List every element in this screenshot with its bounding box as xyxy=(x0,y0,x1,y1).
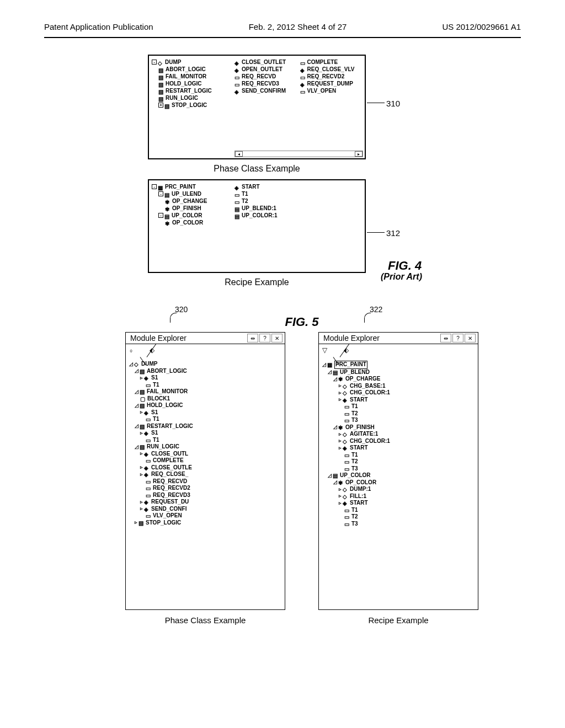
tree-item[interactable]: ▹◇CHG_COLOR:1 xyxy=(322,438,475,445)
tree-item[interactable]: ▹◇CHG_BASE:1 xyxy=(322,383,475,390)
tree-item[interactable]: ▭T3 xyxy=(322,465,475,473)
tree-item[interactable]: ▧RUN_LOGIC xyxy=(152,94,229,101)
tree-item[interactable]: ◿▧RUN_LOGIC xyxy=(129,443,281,451)
horizontal-scrollbar[interactable]: ◂ ▸ xyxy=(234,151,363,157)
tree-item[interactable]: ▹◈REQ_CLOSE_ xyxy=(129,471,281,478)
pin-icon[interactable]: ⇹ xyxy=(440,334,451,342)
tree-item[interactable]: ▭VLV_OPEN xyxy=(129,512,281,520)
tree-item[interactable]: ✾OP_COLOR xyxy=(152,219,229,226)
expand-triangle-icon[interactable]: ◿ xyxy=(135,368,138,374)
tree-item[interactable]: ◿▦PRC_PAINT xyxy=(322,361,475,369)
scroll-right-button[interactable]: ▸ xyxy=(355,151,363,157)
expand-triangle-icon[interactable]: ◿ xyxy=(135,403,138,409)
tab-diamond-icon[interactable]: ⬨ xyxy=(129,346,133,354)
expand-triangle-icon[interactable]: ◿ xyxy=(135,389,138,395)
tree-item[interactable]: ▹◇AGITATE:1 xyxy=(322,431,475,438)
close-icon[interactable]: ✕ xyxy=(271,334,282,342)
expand-triangle-icon[interactable]: ◿ xyxy=(328,369,332,375)
tree-item[interactable]: -▤UP_COLOR xyxy=(152,212,229,219)
list-item[interactable]: ▭T2 xyxy=(234,197,362,205)
tree-item[interactable]: -▤UP_ULEND xyxy=(152,190,229,197)
tree-item[interactable]: ▭COMPLETE xyxy=(129,457,281,464)
tree-item[interactable]: ✾OP_CHANGE xyxy=(152,197,229,205)
tree-item[interactable]: ▭T1 xyxy=(129,437,281,444)
tab-diamond2-icon[interactable]: ⬖ xyxy=(150,346,154,354)
tree-item[interactable]: ▧ABORT_LOGIC xyxy=(152,66,229,73)
expand-triangle-icon[interactable]: ◿ xyxy=(135,423,138,429)
expand-triangle-icon[interactable]: ▹ xyxy=(140,472,143,478)
tree-item[interactable]: ▭T2 xyxy=(322,410,475,417)
tree-item[interactable]: ◿◇DUMP xyxy=(129,361,281,368)
tree-item[interactable]: ◿▧ABORT_LOGIC xyxy=(129,368,281,375)
expand-box-icon[interactable]: + xyxy=(158,103,163,108)
expand-triangle-icon[interactable]: ◿ xyxy=(333,376,337,382)
tab-filter-icon[interactable]: ▽ xyxy=(322,346,327,354)
expand-triangle-icon[interactable]: ▹ xyxy=(339,438,342,444)
help-icon[interactable]: ? xyxy=(259,334,270,342)
tree-item[interactable]: +▧STOP_LOGIC xyxy=(152,101,229,109)
expand-triangle-icon[interactable]: ▹ xyxy=(339,383,342,389)
expand-triangle-icon[interactable]: ▹ xyxy=(140,375,143,381)
tree-item[interactable]: ◿▤UP_COLOR xyxy=(322,472,475,479)
expand-triangle-icon[interactable]: ▹ xyxy=(339,500,342,506)
expand-triangle-icon[interactable]: ▹ xyxy=(140,464,143,470)
expand-box-icon[interactable]: - xyxy=(152,184,157,189)
tree-item[interactable]: ▹◇DUMP:1 xyxy=(322,486,475,493)
expand-box-icon[interactable]: - xyxy=(158,191,163,196)
list-item[interactable]: ▤UP_BLEND:1 xyxy=(234,205,362,212)
list-item[interactable]: ▭VLV_OPEN xyxy=(300,87,363,94)
tree-item[interactable]: -◇DUMP xyxy=(152,58,229,66)
list-item[interactable]: ◈CLOSE_OUTLET xyxy=(234,58,297,66)
tree-item[interactable]: ▧RESTART_LOGIC xyxy=(152,87,229,94)
tree-item[interactable]: ▹◈START xyxy=(322,397,475,404)
tree-item[interactable]: ▹◈CLOSE_OUTLE xyxy=(129,464,281,472)
tree-item[interactable]: ▭T1 xyxy=(322,452,475,459)
tree-item[interactable]: ▹◈S1 xyxy=(129,374,281,382)
tree-item[interactable]: ▧HOLD_LOGIC xyxy=(152,80,229,87)
tree-item[interactable]: ▭T1 xyxy=(322,403,475,410)
expand-triangle-icon[interactable]: ▹ xyxy=(135,520,137,526)
tree-item[interactable]: ◿▧HOLD_LOGIC xyxy=(129,402,281,409)
list-item[interactable]: ▤UP_COLOR:1 xyxy=(234,212,362,219)
expand-triangle-icon[interactable]: ▹ xyxy=(140,451,143,457)
pin-icon[interactable]: ⇹ xyxy=(247,334,258,342)
tree-item[interactable]: ▢BLOCK1 xyxy=(129,395,281,403)
tree-item[interactable]: ▭REQ_RECVD2 xyxy=(129,485,281,492)
expand-triangle-icon[interactable]: ◿ xyxy=(333,479,337,485)
tree-item[interactable]: ▭T1 xyxy=(129,416,281,423)
list-item[interactable]: ◈SEND_CONFIRM xyxy=(234,87,297,94)
list-item[interactable]: ◈OPEN_OUTLET xyxy=(234,66,297,73)
scroll-left-button[interactable]: ◂ xyxy=(235,151,243,157)
expand-triangle-icon[interactable]: ▹ xyxy=(339,445,342,451)
expand-triangle-icon[interactable]: ◿ xyxy=(328,473,332,479)
tree-item[interactable]: ▭T1 xyxy=(322,507,475,514)
expand-triangle-icon[interactable]: ▹ xyxy=(140,409,143,415)
scroll-track[interactable] xyxy=(243,151,355,157)
expand-box-icon[interactable]: - xyxy=(158,213,163,218)
help-icon[interactable]: ? xyxy=(452,334,463,342)
expand-triangle-icon[interactable]: ▹ xyxy=(339,390,342,396)
tree-item[interactable]: ▹◈SEND_CONFI xyxy=(129,506,281,513)
tree-item[interactable]: ◿▧FAIL_MONITOR xyxy=(129,388,281,395)
expand-triangle-icon[interactable]: ◿ xyxy=(322,362,326,368)
expand-triangle-icon[interactable]: ▹ xyxy=(140,499,143,505)
tab-diamond2-icon[interactable]: ⬖ xyxy=(344,346,349,354)
list-item[interactable]: ▭REQ_RECVD xyxy=(234,73,297,80)
tree-item[interactable]: ▭T3 xyxy=(322,521,475,528)
tree-item[interactable]: ◿✾OP_COLOR xyxy=(322,479,475,486)
tree-item[interactable]: ◿✾OP_FINISH xyxy=(322,424,475,431)
list-item[interactable]: ◈REQ_CLOSE_VLV xyxy=(300,66,363,73)
tree-item[interactable]: ▭T3 xyxy=(322,417,475,424)
expand-triangle-icon[interactable]: ▹ xyxy=(339,397,342,403)
list-item[interactable]: ◈START xyxy=(234,183,362,190)
tree-item[interactable]: ◿▤UP_BLEND xyxy=(322,369,475,376)
tree-item[interactable]: ▹◈S1 xyxy=(129,409,281,416)
expand-triangle-icon[interactable]: ▹ xyxy=(140,430,143,436)
tree-item[interactable]: ▹◈CLOSE_OUTL xyxy=(129,451,281,458)
tree-item[interactable]: ▹◈START xyxy=(322,445,475,452)
tree-item[interactable]: ▭T2 xyxy=(322,513,475,521)
expand-triangle-icon[interactable]: ▹ xyxy=(339,486,342,493)
expand-triangle-icon[interactable]: ◿ xyxy=(333,424,337,430)
tree-item[interactable]: ▹◇CHG_COLOR:1 xyxy=(322,389,475,397)
tree-item[interactable]: ▹◇FILL:1 xyxy=(322,493,475,500)
